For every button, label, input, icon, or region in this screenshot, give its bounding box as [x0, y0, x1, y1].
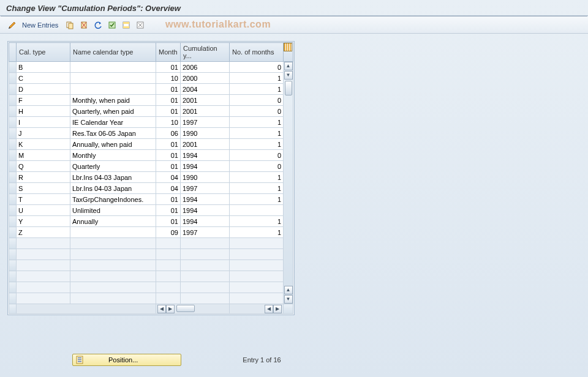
cell-name[interactable] — [70, 84, 156, 95]
cell-name[interactable]: Annually, when paid — [70, 139, 156, 150]
cell-month[interactable]: 01 — [156, 106, 181, 117]
cell-month[interactable]: 01 — [156, 205, 181, 216]
table-row[interactable]: UUnlimited011994 — [9, 205, 293, 216]
cell-months[interactable]: 1 — [230, 183, 284, 194]
hscroll-right-button[interactable]: ▶ — [166, 305, 175, 313]
cell-cumulation[interactable]: 2001 — [181, 106, 230, 117]
hscroll-right-end-button[interactable]: ▶ — [273, 305, 282, 313]
copy-icon[interactable] — [64, 20, 76, 31]
cell-caltype[interactable]: U — [17, 205, 70, 216]
toggle-edit-icon[interactable] — [6, 20, 18, 31]
row-selector[interactable] — [9, 150, 17, 161]
cell-months[interactable]: 1 — [230, 117, 284, 128]
row-selector[interactable] — [9, 282, 17, 293]
col-header-cumulation[interactable]: Cumulation y... — [181, 43, 230, 62]
cell-months[interactable]: 1 — [230, 139, 284, 150]
cell-name[interactable]: Lbr.Ins 04-03 Japan — [70, 172, 156, 183]
cell-caltype[interactable]: F — [17, 95, 70, 106]
hscroll-left-button[interactable]: ◀ — [157, 305, 166, 313]
cell-months[interactable]: 0 — [230, 106, 284, 117]
cell-months[interactable]: 0 — [230, 62, 284, 73]
cell-name[interactable] — [70, 227, 156, 238]
table-row[interactable]: JRes.Tax 06-05 Japan0619901 — [9, 128, 293, 139]
data-grid[interactable]: Cal. type Name calendar type Month Cumul… — [9, 42, 293, 314]
col-header-name[interactable]: Name calendar type — [70, 43, 156, 62]
cell-name[interactable]: Res.Tax 06-05 Japan — [70, 128, 156, 139]
cell-months[interactable]: 1 — [230, 84, 284, 95]
cell-cumulation[interactable]: 1994 — [181, 161, 230, 172]
cell-months[interactable]: 1 — [230, 194, 284, 205]
cell-cumulation[interactable]: 2001 — [181, 95, 230, 106]
cell-month[interactable]: 01 — [156, 84, 181, 95]
cell-cumulation[interactable]: 1990 — [181, 128, 230, 139]
cell-name[interactable]: Quarterly, when paid — [70, 106, 156, 117]
cell-months[interactable]: 1 — [230, 216, 284, 227]
row-selector[interactable] — [9, 106, 17, 117]
cell-caltype[interactable]: B — [17, 62, 70, 73]
cell-month[interactable]: 01 — [156, 139, 181, 150]
cell-caltype[interactable]: Y — [17, 216, 70, 227]
table-row[interactable]: FMonthly, when paid0120010 — [9, 95, 293, 106]
cell-name[interactable]: Annually — [70, 216, 156, 227]
row-selector[interactable] — [9, 128, 17, 139]
config-column-button[interactable] — [284, 43, 293, 62]
table-settings-icon[interactable] — [284, 43, 292, 51]
cell-months[interactable]: 1 — [230, 128, 284, 139]
row-selector[interactable] — [9, 183, 17, 194]
cell-name[interactable] — [70, 73, 156, 84]
row-selector[interactable] — [9, 84, 17, 95]
scroll-up-button[interactable]: ▲ — [284, 62, 293, 70]
cell-caltype[interactable]: I — [17, 117, 70, 128]
cell-cumulation[interactable]: 1997 — [181, 117, 230, 128]
cell-months[interactable]: 1 — [230, 73, 284, 84]
select-block-icon[interactable] — [120, 20, 132, 31]
cell-caltype[interactable]: K — [17, 139, 70, 150]
row-selector[interactable] — [9, 227, 17, 238]
table-row[interactable]: SLbr.Ins 04-03 Japan0419971 — [9, 183, 293, 194]
cell-month[interactable]: 01 — [156, 150, 181, 161]
cell-cumulation[interactable]: 2004 — [181, 84, 230, 95]
cell-caltype[interactable]: R — [17, 172, 70, 183]
cell-months[interactable]: 1 — [230, 172, 284, 183]
row-selector[interactable] — [9, 73, 17, 84]
row-selector[interactable] — [9, 260, 17, 271]
cell-cumulation[interactable]: 1997 — [181, 227, 230, 238]
cell-month[interactable]: 09 — [156, 227, 181, 238]
scroll-thumb[interactable] — [285, 81, 292, 95]
cell-month[interactable]: 01 — [156, 216, 181, 227]
horizontal-scrollbar[interactable]: ◀▶ — [156, 304, 230, 314]
row-selector[interactable] — [9, 249, 17, 260]
cell-month[interactable]: 01 — [156, 95, 181, 106]
deselect-all-icon[interactable] — [134, 20, 146, 31]
cell-month[interactable]: 01 — [156, 161, 181, 172]
row-selector[interactable] — [9, 62, 17, 73]
table-row[interactable]: B0120060▲▼▲▼ — [9, 62, 293, 73]
cell-caltype[interactable]: D — [17, 84, 70, 95]
new-entries-button[interactable]: New Entries — [20, 21, 62, 29]
col-header-month[interactable]: Month — [156, 43, 181, 62]
row-selector[interactable] — [9, 117, 17, 128]
cell-name[interactable]: IE Calendar Year — [70, 117, 156, 128]
cell-name[interactable]: Monthly — [70, 150, 156, 161]
row-selector[interactable] — [9, 95, 17, 106]
select-all-icon[interactable] — [106, 20, 118, 31]
col-header-months[interactable]: No. of months — [230, 43, 284, 62]
cell-months[interactable]: 0 — [230, 95, 284, 106]
cell-months[interactable]: 0 — [230, 161, 284, 172]
table-row[interactable]: RLbr.Ins 04-03 Japan0419901 — [9, 172, 293, 183]
scroll-down-button[interactable]: ▼ — [284, 295, 293, 304]
cell-cumulation[interactable]: 2001 — [181, 139, 230, 150]
row-selector[interactable] — [9, 161, 17, 172]
undo-icon[interactable] — [92, 20, 104, 31]
corner-cell[interactable] — [9, 43, 17, 62]
delete-icon[interactable] — [78, 20, 90, 31]
cell-caltype[interactable]: C — [17, 73, 70, 84]
row-selector[interactable] — [9, 205, 17, 216]
cell-cumulation[interactable]: 2000 — [181, 73, 230, 84]
cell-caltype[interactable]: H — [17, 106, 70, 117]
row-selector[interactable] — [9, 139, 17, 150]
table-row[interactable]: MMonthly0119940 — [9, 150, 293, 161]
row-selector[interactable] — [9, 194, 17, 205]
cell-caltype[interactable]: T — [17, 194, 70, 205]
cell-month[interactable]: 01 — [156, 194, 181, 205]
